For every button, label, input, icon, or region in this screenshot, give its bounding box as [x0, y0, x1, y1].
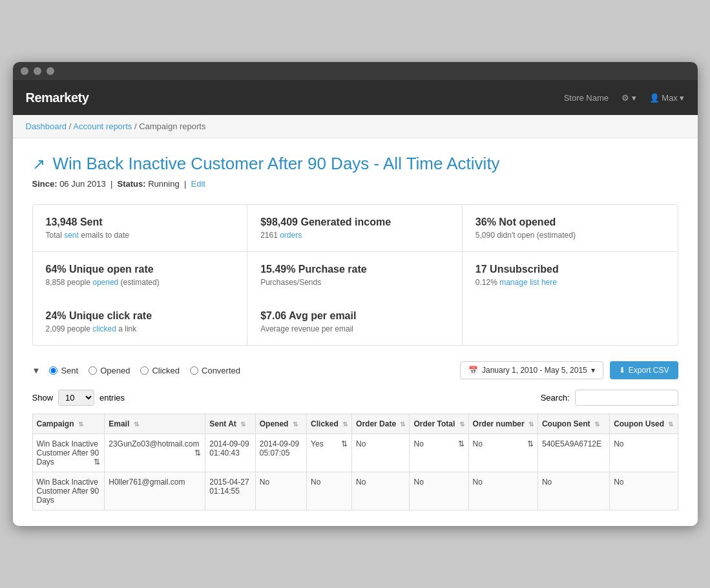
cell-sent-at: 2015-04-27 01:14:55: [205, 472, 256, 510]
titlebar: [13, 62, 698, 80]
export-csv-button[interactable]: ⬇ Export CSV: [610, 361, 678, 379]
orders-link[interactable]: orders: [280, 231, 302, 240]
filter-clicked[interactable]: Clicked: [140, 366, 180, 375]
col-header-order-number[interactable]: Order number ⇅: [468, 414, 538, 434]
download-icon: ⬇: [619, 366, 625, 375]
settings-icon[interactable]: ⚙ ▾: [621, 93, 636, 103]
col-header-order-date[interactable]: Order Date ⇅: [352, 414, 410, 434]
data-table: Campaign ⇅ Email ⇅ Sent At ⇅ Opened ⇅ Cl: [32, 414, 678, 510]
filter-converted-label: Converted: [202, 366, 240, 375]
filter-icon: ▼: [32, 366, 41, 375]
col-header-email[interactable]: Email ⇅: [105, 414, 205, 434]
manage-list-link[interactable]: manage list here: [499, 278, 557, 287]
row-sort-icon: ⇅: [94, 457, 100, 467]
filter-left: ▼ Sent Opened Clicked: [32, 366, 241, 375]
stats-grid: 13,948 Sent Total sent emails to date $9…: [32, 204, 678, 346]
navbar: Remarkety Store Name ⚙ ▾ 👤 Max ▾: [13, 80, 698, 115]
stat-open-rate: 64% Unique open rate 8,858 people opened…: [33, 252, 248, 299]
clicked-link[interactable]: clicked: [92, 324, 116, 333]
opened-link[interactable]: opened: [92, 278, 118, 287]
filter-opened-label: Opened: [100, 366, 130, 375]
show-entries: Show 10 25 50 100 entries: [32, 390, 125, 406]
stat-unsubscribed: 17 Unsubscribed 0.12% manage list here: [463, 252, 678, 299]
cell-email: 23GunZo03@hotmail.com ⇅: [105, 434, 205, 472]
user-menu[interactable]: 👤 Max ▾: [649, 93, 685, 103]
cell-email: H0ller761@gmail.com: [105, 472, 205, 510]
breadcrumb-account-reports[interactable]: Account reports: [73, 121, 132, 131]
radio-group: Sent Opened Clicked Converted: [49, 366, 240, 375]
row-sort-icon: ⇅: [194, 448, 201, 457]
filter-sent-radio[interactable]: [49, 366, 57, 375]
show-entries-select[interactable]: 10 25 50 100: [58, 390, 94, 406]
sort-icon: ⇅: [594, 421, 600, 428]
maximize-btn[interactable]: [47, 67, 54, 75]
filter-converted-radio[interactable]: [190, 366, 198, 375]
sort-icon: ⇅: [134, 421, 139, 428]
sort-icon: ⇅: [342, 421, 348, 428]
filter-converted[interactable]: Converted: [190, 366, 240, 375]
cell-coupon-sent: No: [538, 472, 609, 510]
col-header-coupon-sent[interactable]: Coupon Sent ⇅: [538, 414, 609, 434]
brand-logo[interactable]: Remarkety: [26, 90, 89, 105]
sort-icon: ⇅: [78, 421, 83, 428]
filter-opened-radio[interactable]: [89, 366, 97, 375]
table-header-row: Campaign ⇅ Email ⇅ Sent At ⇅ Opened ⇅ Cl: [32, 414, 678, 434]
col-header-opened[interactable]: Opened ⇅: [255, 414, 306, 434]
chevron-down-icon: ▾: [591, 366, 595, 375]
sent-link[interactable]: sent: [64, 231, 79, 240]
cell-opened: 2014-09-09 05:07:05: [255, 434, 306, 472]
cell-order-total: No ⇅: [410, 434, 468, 472]
cell-order-total: No: [410, 472, 468, 510]
col-header-sent-at[interactable]: Sent At ⇅: [205, 414, 256, 434]
stat-click-rate-desc: 2,099 people clicked a link: [46, 324, 235, 333]
cell-clicked: Yes ⇅: [307, 434, 352, 472]
row-sort-icon: ⇅: [458, 439, 465, 448]
search-label: Search:: [541, 393, 570, 403]
breadcrumb: Dashboard / Account reports / Campaign r…: [13, 115, 698, 138]
store-name-link[interactable]: Store Name: [564, 93, 609, 103]
cell-opened: No: [255, 472, 306, 510]
navbar-right: Store Name ⚙ ▾ 👤 Max ▾: [564, 93, 685, 103]
stat-income: $98,409 Generated income 2161 orders: [247, 205, 463, 252]
export-csv-label: Export CSV: [629, 366, 669, 375]
cell-coupon-sent: 540E5A9A6712E: [538, 434, 609, 472]
cell-coupon-used: No: [610, 434, 678, 472]
filter-opened[interactable]: Opened: [89, 366, 130, 375]
filter-sent[interactable]: Sent: [49, 366, 78, 375]
col-header-clicked[interactable]: Clicked ⇅: [307, 414, 352, 434]
date-picker-button[interactable]: 📅 January 1, 2010 - May 5, 2015 ▾: [460, 361, 603, 379]
sort-icon: ⇅: [400, 421, 405, 428]
filter-bar: ▼ Sent Opened Clicked: [32, 361, 678, 379]
filter-clicked-label: Clicked: [152, 366, 180, 375]
filter-clicked-radio[interactable]: [140, 366, 149, 375]
table-row: Win Back Inactive Customer After 90 Days…: [32, 434, 678, 472]
stat-avg-email-value: $7.06 Avg per email: [260, 310, 449, 322]
col-header-campaign[interactable]: Campaign ⇅: [32, 414, 105, 434]
since-label: Since:: [32, 179, 57, 189]
close-btn[interactable]: [21, 67, 28, 75]
cell-order-date: No: [352, 472, 410, 510]
content-area: Dashboard / Account reports / Campaign r…: [13, 115, 698, 526]
cell-order-date: No: [352, 434, 410, 472]
stat-not-opened-value: 36% Not opened: [475, 216, 665, 228]
app-window: Remarkety Store Name ⚙ ▾ 👤 Max ▾ Dashboa…: [13, 62, 698, 526]
sort-icon: ⇅: [293, 421, 298, 428]
breadcrumb-dashboard[interactable]: Dashboard: [26, 121, 67, 131]
page-title-row: ↗ Win Back Inactive Customer After 90 Da…: [32, 154, 678, 174]
cell-order-number: No ⇅: [468, 434, 538, 472]
stat-income-value: $98,409 Generated income: [260, 216, 449, 228]
stat-not-opened: 36% Not opened 5,090 didn't open (estima…: [463, 205, 678, 252]
search-input[interactable]: [575, 390, 678, 406]
page-meta: Since: 06 Jun 2013 | Status: Running | E…: [32, 179, 678, 189]
col-header-order-total[interactable]: Order Total ⇅: [410, 414, 468, 434]
stat-sent-desc: Total sent emails to date: [46, 231, 235, 240]
stat-purchase-rate: 15.49% Purchase rate Purchases/Sends: [247, 252, 463, 299]
filter-sent-label: Sent: [61, 366, 78, 375]
edit-link[interactable]: Edit: [191, 179, 205, 189]
status-value: Running: [148, 179, 179, 189]
stat-income-desc: 2161 orders: [260, 231, 449, 240]
page-title: Win Back Inactive Customer After 90 Days…: [53, 154, 500, 174]
col-header-coupon-used[interactable]: Coupon Used ⇅: [610, 414, 678, 434]
minimize-btn[interactable]: [34, 67, 41, 75]
since-date: 06 Jun 2013: [59, 179, 106, 189]
